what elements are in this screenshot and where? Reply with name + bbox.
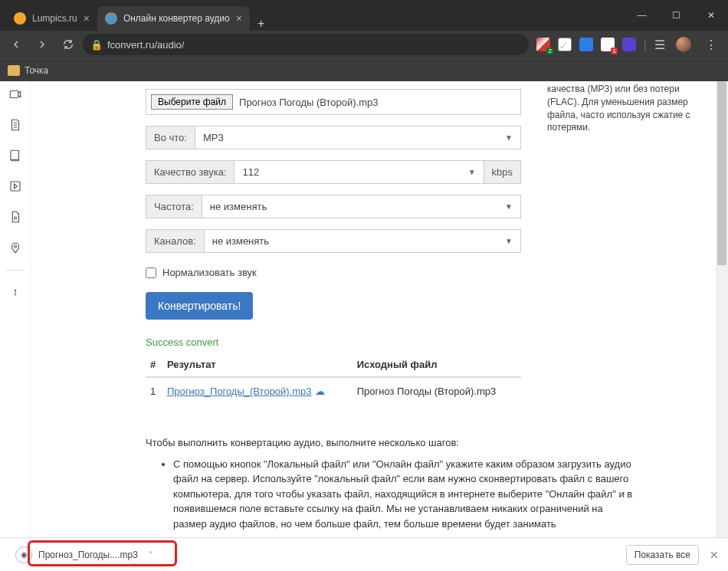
scrollbar-thumb[interactable] [717, 81, 726, 265]
reading-list-icon[interactable]: ☰ [654, 38, 668, 51]
col-result: Результат [162, 353, 353, 377]
avatar[interactable] [676, 37, 691, 52]
file-input-row: Выберите файл Прогноз Погоды (Второй).mp… [146, 89, 521, 115]
folder-icon [8, 65, 20, 76]
svg-point-3 [14, 245, 16, 248]
toolbar: 🔒 fconvert.ru/audio/ 2 ✓ 1 | ☰ ⋮ [0, 31, 728, 58]
col-source: Исходный файл [353, 353, 521, 377]
document-icon[interactable] [7, 116, 24, 133]
chevron-down-icon: ▼ [505, 202, 513, 211]
minimize-button[interactable]: ― [625, 4, 659, 27]
results-table: # Результат Исходный файл 1 Прогноз_Пого… [146, 353, 521, 405]
extension-icon[interactable] [622, 38, 636, 51]
file-icon: ◉ [15, 546, 32, 563]
titlebar: Lumpics.ru × 🌐 Онлайн конвертер аудио × … [0, 0, 728, 31]
back-button[interactable] [5, 33, 28, 56]
book-icon[interactable] [7, 147, 24, 164]
show-all-button[interactable]: Показать все [626, 545, 699, 565]
bookmarks-bar: Точка [0, 58, 728, 81]
format-select[interactable]: MP3▼ [195, 126, 521, 149]
tab-converter[interactable]: 🌐 Онлайн конвертер аудио × [97, 6, 250, 31]
frequency-label: Частота: [146, 195, 202, 218]
extension-icon[interactable]: 2 [536, 38, 550, 51]
chevron-up-icon[interactable]: ˄ [149, 550, 152, 559]
tab-lumpics[interactable]: Lumpics.ru × [6, 6, 97, 31]
new-tab-button[interactable]: + [250, 17, 272, 31]
maximize-button[interactable]: ☐ [659, 4, 694, 27]
svg-point-2 [14, 217, 16, 219]
reload-button[interactable] [57, 33, 80, 56]
channels-label: Каналов: [146, 229, 204, 253]
extension-icon[interactable] [579, 38, 593, 51]
sidebar-nav [0, 81, 31, 537]
location-icon[interactable] [7, 239, 24, 256]
frequency-select[interactable]: не изменять▼ [202, 195, 521, 218]
video-icon[interactable] [7, 86, 24, 103]
choose-file-button[interactable]: Выберите файл [151, 94, 233, 110]
convert-button[interactable]: Конвертировать! [146, 292, 253, 320]
channels-select[interactable]: не изменять▼ [204, 229, 521, 253]
selected-filename: Прогноз Погоды (Второй).mp3 [239, 97, 378, 108]
extension-icon[interactable]: ✓ [558, 38, 572, 51]
download-item[interactable]: ◉ Прогноз_Погоды....mp3 ˄ [9, 543, 159, 566]
chevron-down-icon: ▼ [505, 133, 513, 142]
svg-rect-0 [10, 91, 18, 98]
normalize-checkbox[interactable] [146, 267, 156, 278]
chevron-down-icon: ▼ [505, 237, 513, 245]
info-icon[interactable] [7, 284, 24, 301]
close-button[interactable]: ✕ [694, 4, 728, 27]
tab-title: Онлайн конвертер аудио [123, 13, 230, 24]
globe-icon: 🌐 [105, 12, 117, 25]
extension-icon[interactable]: 1 [601, 38, 615, 51]
format-label: Во что: [146, 126, 195, 149]
svg-rect-1 [11, 182, 20, 191]
scrollbar-track[interactable] [716, 81, 728, 537]
cloud-icon[interactable]: ☁ [315, 386, 325, 397]
side-info-text: качества (MP3) или без потери (FLAC). Дл… [547, 83, 708, 134]
normalize-label: Нормализовать звук [162, 267, 257, 278]
quality-unit: kbps [484, 160, 521, 184]
download-filename: Прогноз_Погоды....mp3 [38, 550, 138, 560]
file-icon[interactable] [7, 208, 24, 225]
download-shelf: ◉ Прогноз_Погоды....mp3 ˄ Показать все ✕ [0, 537, 728, 571]
menu-button[interactable]: ⋮ [699, 38, 723, 52]
close-icon[interactable]: ✕ [710, 549, 719, 561]
table-row: 1 Прогноз_Погоды_(Второй).mp3☁ Прогноз П… [146, 377, 521, 405]
svg-point-4 [15, 290, 16, 291]
audio-icon[interactable] [7, 178, 24, 195]
forward-button[interactable] [31, 33, 54, 56]
success-message: Success convert [146, 336, 521, 348]
url-text: fconvert.ru/audio/ [107, 39, 184, 51]
instructions: Чтобы выполнить конвертацию аудио, выпол… [146, 435, 636, 531]
quality-select[interactable]: 112▼ [234, 160, 484, 184]
bookmark-item[interactable]: Точка [25, 65, 48, 76]
tab-title: Lumpics.ru [32, 13, 77, 24]
favicon-lumpics [14, 12, 26, 25]
close-icon[interactable]: × [84, 12, 90, 25]
address-bar[interactable]: 🔒 fconvert.ru/audio/ [83, 34, 529, 55]
chevron-down-icon: ▼ [468, 168, 476, 176]
lock-icon: 🔒 [90, 39, 103, 51]
result-download-link[interactable]: Прогноз_Погоды_(Второй).mp3 [167, 386, 312, 397]
quality-label: Качество звука: [146, 160, 234, 184]
close-icon[interactable]: × [236, 12, 242, 25]
col-number: # [146, 353, 162, 377]
